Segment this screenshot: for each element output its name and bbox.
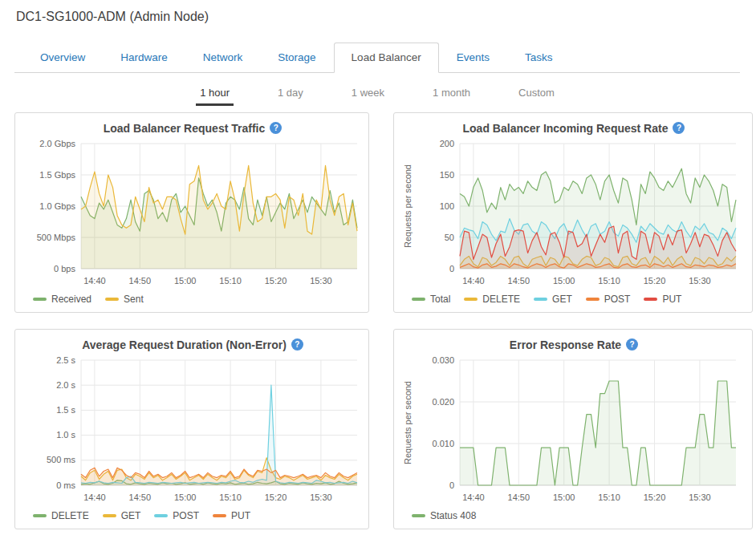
y-tick-label: 1.0 s bbox=[56, 430, 75, 440]
x-tick-label: 15:20 bbox=[644, 276, 666, 286]
tab-overview[interactable]: Overview bbox=[22, 43, 103, 73]
legend-label: PUT bbox=[231, 510, 250, 521]
y-tick-label: 1.5 s bbox=[56, 405, 75, 415]
legend-swatch bbox=[644, 298, 657, 301]
legend-item-put: PUT bbox=[213, 510, 250, 521]
legend-swatch bbox=[534, 298, 547, 301]
x-tick-label: 15:20 bbox=[265, 492, 287, 502]
x-tick-label: 15:30 bbox=[310, 276, 332, 286]
request-traffic-chart[interactable]: 0 bps500 Mbps1.0 Gbps1.5 Gbps2.0 Gbps14:… bbox=[22, 137, 364, 291]
x-tick-label: 14:50 bbox=[508, 276, 530, 286]
legend-item-put: PUT bbox=[644, 294, 681, 305]
tab-hardware[interactable]: Hardware bbox=[103, 43, 185, 73]
y-tick-label: 0 ms bbox=[56, 480, 75, 490]
y-tick-label: 1.0 Gbps bbox=[39, 201, 75, 211]
y-tick-label: 50 bbox=[445, 233, 454, 242]
panel-load-balancer-request-traffic: Load Balancer Request Traffic? 0 bps500 … bbox=[14, 112, 369, 313]
chart-svg: 0 bps500 Mbps1.0 Gbps1.5 Gbps2.0 Gbps14:… bbox=[22, 137, 364, 291]
x-tick-label: 15:00 bbox=[553, 276, 575, 286]
y-tick-label: 0.010 bbox=[432, 439, 454, 448]
legend-swatch bbox=[412, 298, 425, 301]
panel-title-row: Load Balancer Request Traffic? bbox=[22, 121, 364, 136]
y-tick-label: 500 ms bbox=[47, 455, 76, 464]
legend-label: POST bbox=[604, 294, 631, 305]
panel-title-row: Load Balancer Incoming Request Rate? bbox=[400, 121, 747, 136]
y-tick-label: 0 bps bbox=[54, 264, 75, 274]
x-tick-label: 15:10 bbox=[598, 276, 620, 286]
y-tick-label: 0.030 bbox=[432, 355, 454, 365]
tab-events[interactable]: Events bbox=[439, 43, 507, 73]
x-tick-label: 15:00 bbox=[553, 492, 575, 502]
panel-error-response-rate: Error Response Rate? 00.0100.0200.03014:… bbox=[393, 329, 753, 529]
x-tick-label: 15:30 bbox=[689, 492, 711, 502]
legend-item-sent: Sent bbox=[105, 294, 144, 305]
legend-item-delete: DELETE bbox=[464, 294, 520, 305]
legend-swatch bbox=[105, 298, 119, 301]
y-tick-label: 2.0 Gbps bbox=[39, 139, 75, 148]
legend-label: PUT bbox=[662, 294, 681, 305]
help-icon[interactable]: ? bbox=[291, 338, 303, 351]
x-tick-label: 14:40 bbox=[462, 492, 485, 502]
tab-storage[interactable]: Storage bbox=[260, 43, 333, 73]
panel-title: Average Request Duration (Non-Error) bbox=[82, 338, 287, 351]
legend-swatch bbox=[412, 514, 425, 517]
legend-label: GET bbox=[121, 510, 141, 521]
time-range-1-day[interactable]: 1 day bbox=[274, 85, 307, 106]
legend-item-post: POST bbox=[154, 510, 199, 521]
x-tick-label: 15:30 bbox=[310, 492, 332, 502]
x-tick-label: 15:30 bbox=[689, 276, 711, 286]
legend-item-received: Received bbox=[33, 294, 91, 305]
legend-item-post: POST bbox=[586, 294, 631, 305]
x-tick-label: 15:10 bbox=[219, 492, 242, 502]
legend-label: Sent bbox=[124, 294, 144, 305]
request-duration-chart[interactable]: 0 ms500 ms1.0 s1.5 s2.0 s2.5 s14:4014:50… bbox=[22, 354, 364, 508]
error-response-rate-legend: Status 408 bbox=[400, 508, 747, 521]
panel-title: Load Balancer Request Traffic bbox=[104, 122, 266, 135]
y-axis-label: Requests per second bbox=[403, 381, 413, 464]
incoming-request-rate-chart[interactable]: 05010015020014:4014:5015:0015:1015:2015:… bbox=[400, 137, 747, 291]
x-tick-label: 15:10 bbox=[219, 276, 242, 286]
x-tick-label: 14:40 bbox=[83, 276, 106, 286]
time-range-custom[interactable]: Custom bbox=[514, 85, 559, 106]
y-tick-label: 0 bbox=[449, 480, 454, 490]
page-title: DC1-SG1000-ADM (Admin Node) bbox=[16, 10, 740, 24]
panel-title: Error Response Rate bbox=[510, 338, 621, 351]
chart-svg: 05010015020014:4014:5015:0015:1015:2015:… bbox=[400, 137, 742, 291]
time-range-1-month[interactable]: 1 month bbox=[429, 85, 474, 106]
charts-grid: Load Balancer Request Traffic? 0 bps500 … bbox=[14, 112, 740, 529]
time-range-1-week[interactable]: 1 week bbox=[348, 85, 388, 106]
panel-load-balancer-incoming-request-rate: Load Balancer Incoming Request Rate? 050… bbox=[393, 112, 753, 313]
x-tick-label: 14:50 bbox=[508, 492, 530, 502]
legend-swatch bbox=[586, 298, 600, 301]
tab-network[interactable]: Network bbox=[185, 43, 261, 73]
x-tick-label: 14:50 bbox=[129, 276, 152, 286]
error-response-rate-chart[interactable]: 00.0100.0200.03014:4014:5015:0015:1015:2… bbox=[400, 354, 747, 508]
legend-item-get: GET bbox=[103, 510, 141, 521]
y-tick-label: 200 bbox=[440, 139, 454, 148]
time-range-1-hour[interactable]: 1 hour bbox=[196, 85, 234, 106]
legend-swatch bbox=[103, 514, 116, 517]
y-tick-label: 1.5 Gbps bbox=[39, 170, 75, 180]
x-tick-label: 15:20 bbox=[644, 492, 666, 502]
legend-item-delete: DELETE bbox=[33, 510, 89, 521]
x-tick-label: 15:00 bbox=[174, 492, 197, 502]
help-icon[interactable]: ? bbox=[626, 338, 638, 351]
y-tick-label: 0 bbox=[449, 264, 454, 274]
help-icon[interactable]: ? bbox=[673, 122, 685, 134]
page: DC1-SG1000-ADM (Admin Node) Overview Har… bbox=[14, 10, 740, 529]
series-line-post bbox=[81, 385, 357, 483]
panel-title-row: Error Response Rate? bbox=[400, 338, 747, 352]
legend-swatch bbox=[213, 514, 226, 517]
tab-bar: Overview Hardware Network Storage Load B… bbox=[14, 43, 740, 73]
request-duration-legend: DELETEGETPOSTPUT bbox=[22, 508, 364, 521]
legend-swatch bbox=[33, 298, 47, 301]
tab-load-balancer[interactable]: Load Balancer bbox=[334, 43, 439, 73]
legend-item-total: Total bbox=[412, 294, 450, 305]
legend-label: Total bbox=[430, 294, 450, 305]
x-tick-label: 14:40 bbox=[462, 276, 485, 286]
tab-tasks[interactable]: Tasks bbox=[507, 43, 571, 73]
help-icon[interactable]: ? bbox=[270, 122, 282, 134]
legend-item-get: GET bbox=[534, 294, 572, 305]
y-tick-label: 100 bbox=[440, 201, 454, 211]
x-tick-label: 15:00 bbox=[174, 276, 197, 286]
